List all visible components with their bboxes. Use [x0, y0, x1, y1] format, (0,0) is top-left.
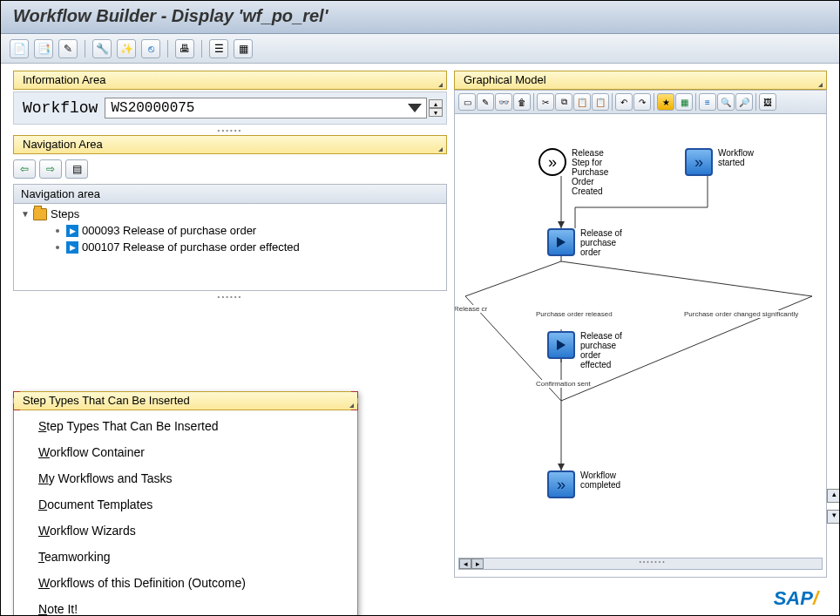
menu-item-note-it[interactable]: Note It!	[14, 596, 357, 616]
pencil-icon[interactable]: ✎	[477, 93, 494, 111]
node-label: Workflow completed	[580, 470, 633, 490]
caret-down-icon[interactable]: ▼	[21, 209, 30, 219]
wand-icon[interactable]: ✨	[117, 39, 136, 58]
zoom-out-icon[interactable]: 🔎	[735, 93, 753, 111]
step-play-icon: ▶	[66, 225, 78, 237]
spinner-down-icon[interactable]: ▾	[429, 108, 443, 117]
align-icon[interactable]: ≡	[699, 93, 716, 111]
tree-step-000107[interactable]: ▶ 000107 Release of purchase order effec…	[14, 239, 446, 255]
zoom-in-icon[interactable]: 🔍	[717, 93, 735, 111]
menu-item-workflow-container[interactable]: Workflow Container	[14, 439, 357, 465]
list-icon[interactable]: ☰	[209, 39, 228, 58]
start-event-icon[interactable]: »	[539, 148, 566, 176]
redo-icon[interactable]: ↷	[633, 93, 651, 111]
collapse-icon[interactable]	[349, 403, 354, 408]
menu-item-teamworking[interactable]: Teamworking	[14, 544, 357, 570]
nav-forward-icon[interactable]: ⇨	[39, 159, 62, 179]
copy-icon[interactable]: ⧉	[555, 93, 572, 111]
menu-item-document-templates[interactable]: Document Templates	[14, 491, 357, 518]
tree-step-000093[interactable]: ▶ 000093 Release of purchase order	[14, 222, 446, 239]
separator	[201, 40, 202, 58]
scroll-down-icon[interactable]: ▾	[827, 510, 840, 524]
tree-item-label: 000107 Release of purchase order effecte…	[82, 240, 300, 254]
info-area-title: Information Area	[23, 73, 105, 86]
edit-pencil-icon[interactable]: ✎	[58, 39, 78, 58]
main-toolbar: 📄 📑 ✎ 🔧 ✨ ⎋ 🖶 ☰ ▦	[1, 34, 839, 64]
copy-doc-icon[interactable]: 📑	[34, 39, 53, 58]
edge-label-release: Release cr	[455, 305, 488, 313]
graphical-model-header: Graphical Model	[454, 71, 827, 90]
separator	[167, 40, 168, 58]
activity-icon[interactable]	[547, 228, 575, 256]
node-wf-started[interactable]: » Workflow started	[685, 148, 770, 176]
edge-label-po-changed: Purchase order changed significantly	[683, 310, 799, 318]
dropdown-icon[interactable]	[408, 104, 422, 112]
undo-icon[interactable]: ↶	[615, 93, 633, 111]
grid-icon[interactable]: ▦	[675, 93, 693, 111]
separator	[612, 93, 613, 111]
collapse-icon[interactable]	[818, 83, 823, 87]
event-icon[interactable]: »	[685, 148, 713, 176]
step-play-icon: ▶	[66, 241, 78, 254]
edge-label-po-released: Purchase order released	[535, 310, 613, 318]
new-doc-icon[interactable]: 📄	[10, 39, 29, 58]
select-icon[interactable]: ▭	[458, 93, 476, 111]
svg-marker-4	[558, 464, 565, 470]
nav-button-bar: ⇦ ⇨ ▤	[13, 156, 447, 182]
resize-grip[interactable]: ••••••	[13, 293, 447, 300]
image-icon[interactable]: 🖼	[759, 93, 776, 111]
menu-item-step-types[interactable]: Step Types That Can Be Inserted	[14, 413, 357, 439]
svg-marker-1	[558, 221, 565, 228]
information-area-header: Information Area	[13, 71, 447, 90]
graph-canvas[interactable]: » Release Step for Purchase Order Create…	[455, 139, 826, 556]
separator	[85, 40, 85, 58]
node-start-event[interactable]: » Release Step for Purchase Order Create…	[539, 148, 624, 196]
workflow-id-input[interactable]	[105, 98, 427, 118]
bullet-icon	[56, 246, 59, 249]
container-icon[interactable]: ▦	[234, 39, 253, 58]
nav-back-icon[interactable]: ⇦	[13, 159, 36, 179]
graph-header-title: Graphical Model	[464, 73, 546, 86]
activity-icon[interactable]	[547, 331, 575, 359]
end-event-icon[interactable]: »	[547, 470, 575, 498]
menu-item-my-workflows[interactable]: My Workflows and Tasks	[14, 465, 357, 491]
node-label: Release of purchase order	[580, 228, 633, 257]
collapse-icon[interactable]	[438, 83, 443, 87]
graph-hscrollbar[interactable]: ◂ ▸ •••••••	[458, 558, 823, 570]
scroll-up-icon[interactable]: ▴	[827, 489, 840, 503]
node-label: Release Step for Purchase Order Created	[572, 148, 624, 196]
tree-root-steps[interactable]: ▼ Steps	[14, 206, 446, 222]
step-types-popup: Step Types That Can Be Inserted Step Typ…	[13, 391, 358, 616]
paste2-icon[interactable]: 📋	[592, 93, 609, 111]
menu-item-workflow-wizards[interactable]: Workflow Wizards	[14, 518, 357, 544]
bullet-icon	[56, 229, 59, 233]
collapse-icon[interactable]	[438, 147, 443, 152]
node-release-po-effected[interactable]: Release of purchase order effected	[547, 331, 633, 369]
scroll-left-icon[interactable]: ◂	[459, 558, 471, 569]
graph-panel: ▭ ✎ 👓 🗑 ✂ ⧉ 📋 📋 ↶ ↷ ★ ▦ ≡ 🔍 🔎	[454, 90, 827, 578]
print-icon[interactable]: 🖶	[175, 39, 194, 58]
separator	[695, 93, 696, 111]
menu-item-workflows-definition[interactable]: Workflows of this Definition (Outcome)	[14, 570, 357, 596]
graph-toolbar: ▭ ✎ 👓 🗑 ✂ ⧉ 📋 📋 ↶ ↷ ★ ▦ ≡ 🔍 🔎	[455, 91, 826, 114]
step-types-header[interactable]: Step Types That Can Be Inserted	[13, 391, 358, 410]
resize-grip[interactable]: ••••••	[13, 126, 447, 133]
cut-icon[interactable]: ✂	[537, 93, 554, 111]
step-types-menu: Step Types That Can Be Inserted Workflow…	[14, 410, 357, 616]
paste-icon[interactable]: 📋	[573, 93, 591, 111]
test-icon[interactable]: ⎋	[141, 39, 160, 58]
node-wf-completed[interactable]: » Workflow completed	[547, 470, 633, 498]
highlight-icon[interactable]: ★	[657, 93, 674, 111]
workflow-label: Workflow	[17, 99, 98, 117]
scroll-right-icon[interactable]: ▸	[471, 558, 484, 569]
node-label: Workflow started	[718, 148, 770, 167]
node-release-po[interactable]: Release of purchase order	[547, 228, 633, 257]
activate-icon[interactable]: 🔧	[92, 39, 112, 58]
trash-icon[interactable]: 🗑	[513, 93, 531, 111]
version-spinner[interactable]: ▴ ▾	[429, 99, 443, 117]
nav-layout-icon[interactable]: ▤	[65, 159, 88, 179]
tree-header: Navigation area	[14, 185, 446, 204]
glasses-icon[interactable]: 👓	[495, 93, 512, 111]
spinner-up-icon[interactable]: ▴	[429, 99, 443, 108]
scroll-track[interactable]: •••••••	[484, 558, 822, 569]
